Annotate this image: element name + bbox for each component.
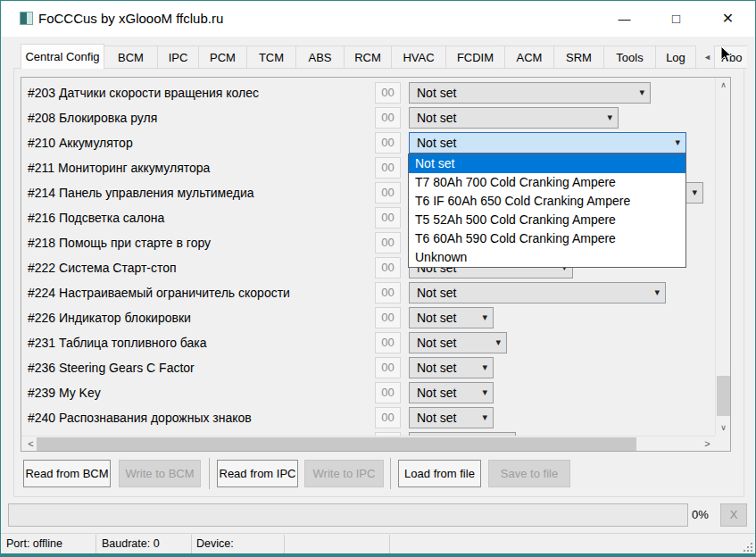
scroll-up-icon[interactable]: ∧ (716, 78, 731, 93)
value-field[interactable]: 00 (375, 407, 401, 428)
tab-scroll-left-icon[interactable]: ◄ (696, 46, 715, 69)
parameter-label: #224 Настраиваемый ограничитель скорости (28, 280, 290, 305)
tab-tcm[interactable]: TCM (246, 46, 296, 69)
chevron-down-icon: ▾ (607, 108, 612, 128)
combobox-selected-value: Not set (417, 408, 456, 428)
tab-pcm[interactable]: PCM (198, 46, 247, 69)
tab-central-config[interactable]: Central Config (21, 44, 104, 69)
vertical-scroll-thumb[interactable] (717, 376, 730, 416)
button-separator (390, 458, 391, 489)
value-combobox[interactable]: Not set▾ (409, 357, 494, 378)
status-separator (191, 535, 192, 553)
tab-log[interactable]: Log (655, 46, 696, 69)
parameter-label: #216 Подсветка салона (28, 205, 164, 230)
parameter-row: #210 Аккумулятор00Not set▾ (21, 130, 715, 155)
horizontal-scroll-thumb[interactable] (37, 437, 636, 451)
dropdown-option[interactable]: T6 IF 60Ah 650 Cold Cranking Ampere (409, 192, 685, 211)
parameter-row: #236 Steering Gears C Factor00Not set▾ (21, 355, 715, 380)
tab-hvac[interactable]: HVAC (391, 46, 446, 69)
value-field[interactable]: 00 (375, 157, 401, 179)
value-field[interactable]: 00 (375, 282, 401, 303)
value-field[interactable]: 00 (375, 332, 401, 353)
combobox-selected-value: Not set (417, 383, 456, 403)
value-field[interactable]: 00 (375, 257, 401, 278)
dropdown-option[interactable]: Unknown (409, 248, 685, 267)
tab-srm[interactable]: SRM (553, 46, 604, 69)
parameter-row: #208 Блокировка руля00Not set▾ (21, 105, 715, 130)
battery-dropdown-list: Not setT7 80Ah 700 Cold Cranking AmpereT… (408, 154, 686, 268)
vertical-scrollbar[interactable]: ∧ ∨ (715, 78, 730, 436)
button-separator (209, 458, 210, 489)
cancel-progress-button: X (720, 503, 747, 527)
tab-ipc[interactable]: IPC (157, 46, 199, 69)
status-separator (284, 535, 285, 553)
chevron-down-icon: ▾ (495, 333, 501, 353)
value-field[interactable]: 00 (375, 82, 401, 104)
parameter-label: #214 Панель управления мультимедиа (28, 180, 254, 205)
window-bottom-border (1, 553, 755, 556)
progress-percent: 0% (692, 503, 717, 527)
resize-grip[interactable] (742, 541, 752, 552)
value-field[interactable]: 00 (375, 207, 401, 229)
parameter-label: #218 Помощь при старте в гору (28, 230, 211, 255)
tab-tools[interactable]: Tools (603, 46, 656, 69)
value-field[interactable]: 00 (375, 382, 401, 403)
parameter-label: #240 Распознавания дорожных знаков (28, 405, 252, 430)
minimize-button[interactable]: — (604, 5, 644, 32)
horizontal-scrollbar[interactable]: < > (21, 436, 715, 451)
chevron-down-icon: ▾ (675, 133, 680, 153)
value-combobox[interactable]: Not set▾ (409, 332, 507, 353)
dropdown-option[interactable]: T7 80Ah 700 Cold Cranking Ampere (409, 173, 685, 192)
maximize-button[interactable]: □ (656, 5, 696, 32)
read-from-bcm-button[interactable]: Read from BCM (23, 460, 111, 487)
tab-bcm[interactable]: BCM (104, 46, 158, 69)
tab-abo[interactable]: Abo (714, 46, 747, 69)
value-combobox[interactable]: Not set▾ (409, 132, 686, 154)
parameter-label: #239 My Key (28, 380, 101, 405)
load-from-file-button[interactable]: Load from file (398, 460, 481, 487)
value-field[interactable]: 00 (375, 357, 401, 378)
dropdown-option[interactable]: T6 60Ah 590 Cold Cranking Ampere (409, 229, 685, 248)
progress-bar (8, 503, 688, 527)
combobox-selected-value: Not set (417, 83, 456, 103)
status-bar: Port: offlineBaudrate: 0Device: (1, 533, 755, 553)
value-combobox[interactable]: Not set▾ (409, 307, 494, 328)
status-baudrate: Baudrate: 0 (102, 534, 160, 554)
scroll-down-icon[interactable]: ∨ (716, 420, 731, 436)
window-title: FoCCCus by xGloooM ffclub.ru (38, 1, 223, 37)
parameter-label: #231 Таблица топливного бака (28, 330, 207, 355)
scroll-right-icon[interactable]: > (700, 436, 715, 452)
chevron-down-icon: ▾ (654, 283, 660, 303)
tab-rcm[interactable]: RCM (344, 46, 392, 69)
value-combobox[interactable]: Not set▾ (409, 382, 494, 403)
parameter-label: #211 Мониторинг аккумулятора (28, 155, 210, 180)
combobox-selected-value: Not set (417, 108, 456, 128)
title-bar: FoCCCus by xGloooM ffclub.ru — □ ✕ (1, 1, 755, 37)
parameter-label: #203 Датчики скорости вращения колес (28, 80, 259, 105)
close-button[interactable]: ✕ (708, 5, 748, 32)
dropdown-option[interactable]: Not set (409, 154, 685, 173)
value-field[interactable]: 00 (375, 307, 401, 328)
combobox-selected-value: Not set (417, 283, 456, 303)
value-field[interactable]: 00 (375, 182, 401, 204)
tab-abs[interactable]: ABS (295, 46, 345, 69)
value-field[interactable]: 00 (375, 232, 401, 254)
tab-strip: Central ConfigBCMIPCPCMTCMABSRCMHVACFCDI… (21, 44, 747, 69)
parameter-label: #210 Аккумулятор (28, 130, 133, 155)
read-from-ipc-button[interactable]: Read from IPC (217, 460, 298, 487)
value-field[interactable]: 00 (375, 107, 401, 129)
parameter-row: #231 Таблица топливного бака00Not set▾ (21, 330, 715, 355)
combobox-selected-value: Not set (417, 133, 456, 153)
dropdown-option[interactable]: T5 52Ah 500 Cold Cranking Ampere (409, 211, 685, 229)
status-device: Device: (196, 534, 234, 554)
tab-fcdim[interactable]: FCDIM (445, 46, 505, 69)
value-combobox[interactable]: Not set▾ (409, 407, 494, 428)
chevron-down-icon: ▾ (692, 183, 697, 203)
tab-acm[interactable]: ACM (504, 46, 554, 69)
value-field[interactable]: 00 (375, 132, 401, 154)
parameter-row: #226 Индикатор блокировки00Not set▾ (21, 305, 715, 330)
chevron-down-icon: ▾ (482, 358, 487, 378)
value-combobox[interactable]: Not set▾ (409, 107, 619, 129)
value-combobox[interactable]: Not set▾ (409, 82, 651, 104)
value-combobox[interactable]: Not set▾ (409, 282, 666, 303)
